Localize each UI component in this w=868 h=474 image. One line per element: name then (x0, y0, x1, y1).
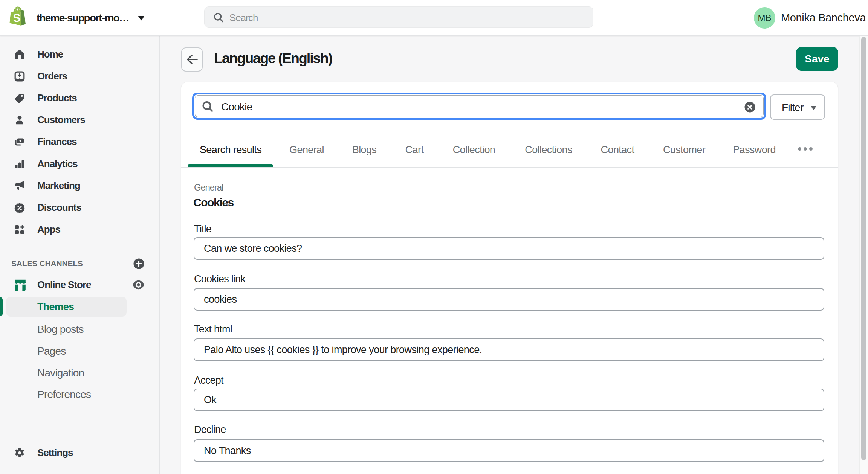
svg-text:S: S (13, 12, 21, 24)
